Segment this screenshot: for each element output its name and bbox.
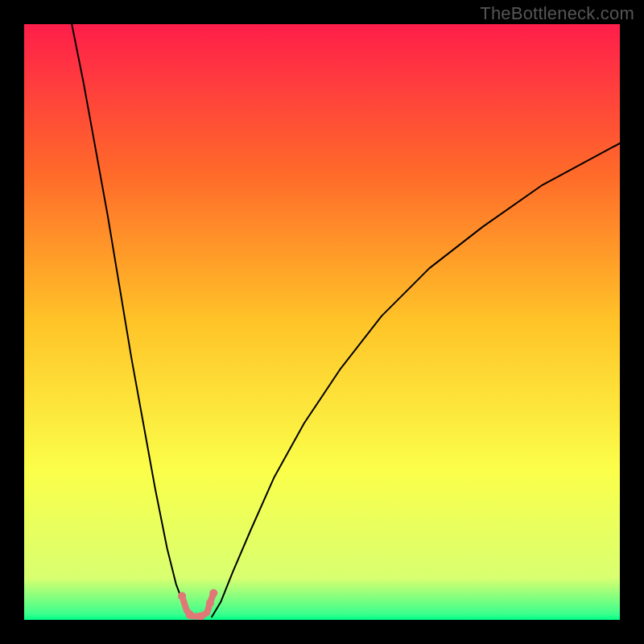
plot-area — [24, 24, 620, 620]
watermark-text: TheBottleneck.com — [480, 3, 634, 24]
marker-3 — [206, 599, 214, 607]
gradient-background — [24, 24, 620, 620]
marker-4 — [209, 589, 217, 597]
marker-0 — [178, 592, 186, 600]
chart-frame: TheBottleneck.com — [0, 0, 644, 644]
chart-svg — [24, 24, 620, 620]
marker-1 — [186, 611, 194, 619]
